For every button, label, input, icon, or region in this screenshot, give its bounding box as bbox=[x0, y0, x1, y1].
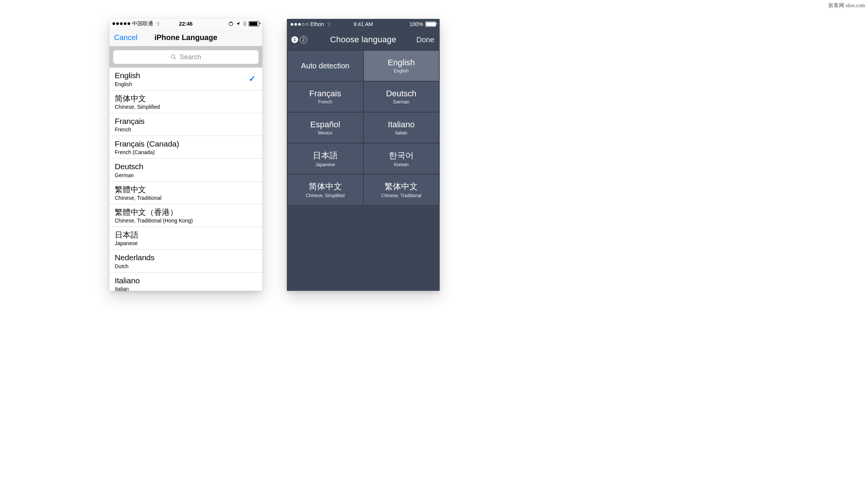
language-english: German bbox=[393, 99, 409, 105]
svg-point-1 bbox=[171, 55, 175, 58]
bluetooth-icon bbox=[243, 21, 246, 26]
language-tile[interactable]: English English bbox=[364, 51, 439, 81]
language-tile[interactable]: 한국어 Korean bbox=[364, 144, 439, 174]
language-english: Japanese bbox=[315, 162, 335, 167]
step-indicator: 1 2 bbox=[291, 36, 307, 43]
status-bar: 中国联通 22:46 bbox=[109, 19, 262, 29]
battery-icon bbox=[425, 22, 436, 27]
svg-line-2 bbox=[174, 58, 176, 59]
choose-language-screen: Ethon 9:41 AM 100% 1 2 Choose language D… bbox=[287, 19, 440, 291]
wifi-icon bbox=[155, 22, 161, 26]
language-english: Dutch bbox=[115, 263, 257, 269]
step-2-badge: 2 bbox=[300, 36, 307, 43]
status-bar: Ethon 9:41 AM 100% bbox=[287, 19, 440, 29]
language-english: Japanese bbox=[115, 240, 257, 246]
language-tile[interactable]: 简体中文 Chinese, Simplified bbox=[288, 174, 363, 205]
language-english: Mexico bbox=[318, 130, 332, 136]
language-english: Italian bbox=[395, 130, 407, 136]
language-native: 繁體中文 bbox=[115, 185, 257, 195]
language-english: Korean bbox=[394, 162, 409, 167]
language-english: Chinese, Traditional bbox=[381, 193, 421, 198]
signal-strength-icon bbox=[291, 23, 308, 26]
cancel-button[interactable]: Cancel bbox=[114, 33, 137, 42]
nav-bar: 1 2 Choose language Done bbox=[287, 29, 440, 50]
language-english: French bbox=[115, 127, 257, 133]
language-english: German bbox=[115, 172, 257, 178]
search-placeholder: Search bbox=[180, 53, 201, 61]
language-english: Chinese, Traditional (Hong Kong) bbox=[115, 218, 257, 224]
language-native: 日本語 bbox=[115, 230, 257, 240]
language-tile[interactable]: Français French bbox=[288, 82, 363, 112]
language-row[interactable]: English English ✓ bbox=[109, 68, 262, 90]
page-title: iPhone Language bbox=[154, 33, 217, 42]
location-icon bbox=[236, 22, 240, 26]
language-native: Français bbox=[309, 89, 341, 99]
language-row[interactable]: 繁體中文（香港） Chinese, Traditional (Hong Kong… bbox=[109, 204, 262, 227]
language-native: Français (Canada) bbox=[115, 139, 257, 149]
language-tile[interactable]: 日本語 Japanese bbox=[288, 144, 363, 174]
language-native: 日本語 bbox=[313, 150, 338, 161]
signal-strength-icon bbox=[112, 22, 130, 25]
carrier-label: Ethon bbox=[310, 21, 324, 27]
carrier-label: 中国联通 bbox=[132, 20, 153, 27]
watermark-text: 新客网 xker.com bbox=[828, 2, 865, 9]
language-native: Deutsch bbox=[115, 162, 257, 171]
language-row[interactable]: Français French bbox=[109, 113, 262, 136]
language-row[interactable]: Deutsch German bbox=[109, 159, 262, 181]
language-tile[interactable]: Deutsch German bbox=[364, 82, 439, 112]
battery-percent: 100% bbox=[409, 21, 423, 27]
done-button[interactable]: Done bbox=[416, 36, 434, 44]
language-native: 한국어 bbox=[389, 150, 414, 161]
language-english: French (Canada) bbox=[115, 149, 257, 155]
language-native: Italiano bbox=[388, 120, 415, 130]
language-english: Italian bbox=[115, 286, 257, 291]
orientation-lock-icon bbox=[228, 21, 234, 26]
battery-icon bbox=[249, 21, 259, 26]
language-row[interactable]: Italiano Italian bbox=[109, 273, 262, 291]
language-english: Chinese, Traditional bbox=[115, 195, 257, 201]
language-native: Español bbox=[310, 120, 340, 130]
language-native: Deutsch bbox=[386, 89, 417, 99]
language-native: 简体中文 bbox=[115, 94, 257, 103]
nav-bar: Cancel iPhone Language bbox=[109, 29, 262, 46]
language-tile[interactable]: Español Mexico bbox=[288, 113, 363, 143]
language-native: Auto detection bbox=[301, 62, 349, 70]
search-input[interactable]: Search bbox=[113, 50, 259, 64]
language-row[interactable]: Nederlands Dutch bbox=[109, 250, 262, 272]
language-native: English bbox=[115, 71, 257, 80]
language-english: Chinese, Simplified bbox=[115, 104, 257, 110]
step-1-badge: 1 bbox=[291, 36, 298, 43]
search-bar-wrap: Search bbox=[109, 46, 262, 68]
language-row[interactable]: 日本語 Japanese bbox=[109, 227, 262, 250]
language-english: English bbox=[115, 81, 257, 87]
empty-area bbox=[287, 205, 440, 291]
language-list[interactable]: English English ✓ 简体中文 Chinese, Simplifi… bbox=[109, 68, 262, 291]
language-native: Italiano bbox=[115, 276, 257, 286]
language-native: 简体中文 bbox=[309, 181, 342, 192]
checkmark-icon: ✓ bbox=[249, 74, 255, 84]
language-tile[interactable]: Italiano Italian bbox=[364, 113, 439, 143]
language-tile-auto[interactable]: Auto detection bbox=[288, 51, 363, 81]
language-english: French bbox=[318, 99, 332, 105]
clock-label: 22:46 bbox=[179, 21, 193, 27]
search-icon bbox=[171, 54, 177, 60]
clock-label: 9:41 AM bbox=[354, 21, 373, 27]
language-row[interactable]: Français (Canada) French (Canada) bbox=[109, 136, 262, 159]
language-row[interactable]: 繁體中文 Chinese, Traditional bbox=[109, 182, 262, 204]
language-english: English bbox=[394, 68, 409, 74]
language-native: 繁體中文（香港） bbox=[115, 207, 257, 217]
page-title: Choose language bbox=[330, 35, 396, 45]
language-row[interactable]: 简体中文 Chinese, Simplified bbox=[109, 91, 262, 113]
language-english: Chinese, Simplified bbox=[306, 193, 345, 198]
ios-language-screen: 中国联通 22:46 Cancel iPhone Language bbox=[109, 19, 262, 291]
language-native: 繁体中文 bbox=[385, 181, 418, 192]
language-grid: Auto detection English English Français … bbox=[287, 50, 440, 205]
language-native: Français bbox=[115, 116, 257, 126]
language-native: English bbox=[388, 58, 415, 68]
language-tile[interactable]: 繁体中文 Chinese, Traditional bbox=[364, 174, 439, 205]
language-native: Nederlands bbox=[115, 253, 257, 262]
wifi-icon bbox=[326, 22, 332, 26]
